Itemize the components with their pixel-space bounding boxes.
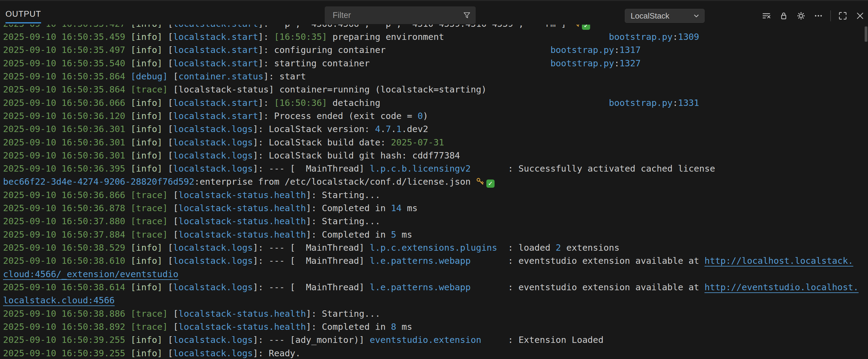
log-line: 2025-09-10 16:50:36.878 [trace] [localst… — [3, 202, 868, 215]
log-link[interactable]: cloud:4566/_extension/eventstudio — [3, 269, 178, 279]
log-line: 2025-09-10 16:50:35.459 [info] [localsta… — [3, 30, 868, 43]
log-line: 2025-09-10 16:50:35.864 [trace] [localst… — [3, 83, 868, 96]
ellipsis-icon — [813, 11, 823, 21]
log-line: 2025-09-10 16:50:36.301 [info] [localsta… — [3, 136, 868, 149]
log-link[interactable]: http://eventstudio.localhost. — [705, 282, 859, 292]
filter-input[interactable] — [325, 11, 462, 20]
close-icon — [855, 11, 865, 21]
clear-output-button[interactable] — [761, 10, 772, 21]
check-mark-emoji: ✓ — [582, 25, 590, 30]
clipped-log-line: 2025-09-10 16:50:35.427 [info] [localsta… — [3, 25, 868, 30]
output-channel-select[interactable]: LocalStack — [625, 9, 705, 23]
actions-divider — [830, 10, 831, 21]
key-emoji — [476, 176, 485, 185]
gear-icon — [796, 11, 806, 21]
tab-output[interactable]: OUTPUT — [5, 9, 41, 24]
lock-icon — [779, 11, 788, 21]
log-line: 2025-09-10 16:50:36.301 [info] [localsta… — [3, 149, 868, 162]
settings-button[interactable] — [796, 10, 807, 21]
log-line: cloud:4566/_extension/eventstudio — [3, 268, 868, 281]
log-line: 2025-09-10 16:50:35.540 [info] [localsta… — [3, 57, 868, 70]
log-line: 2025-09-10 16:50:36.066 [info] [localsta… — [3, 96, 868, 109]
log-line: 2025-09-10 16:50:37.884 [trace] [localst… — [3, 228, 868, 241]
check-mark-emoji: ✓ — [486, 180, 495, 188]
log-line: 2025-09-10 16:50:38.529 [info] [localsta… — [3, 241, 868, 254]
filter-input-wrapper — [325, 6, 476, 24]
chevron-down-icon — [692, 11, 701, 20]
log-output: 2025-09-10 16:50:35.427 [info] [localsta… — [0, 25, 868, 359]
log-line: 2025-09-10 16:50:38.892 [trace] [localst… — [3, 320, 868, 333]
log-line: 2025-09-10 16:50:38.614 [info] [localsta… — [3, 281, 868, 294]
clear-output-icon — [762, 11, 771, 21]
log-link[interactable]: http://localhost.localstack. — [705, 256, 854, 266]
log-link[interactable]: localstack.cloud:4566 — [3, 295, 115, 305]
log-line: 2025-09-10 16:50:36.120 [info] [localsta… — [3, 109, 868, 123]
output-panel: OUTPUT LocalStack — [0, 0, 868, 359]
log-line: 2025-09-10 16:50:37.880 [trace] [localst… — [3, 215, 868, 228]
close-panel-button[interactable] — [855, 10, 866, 21]
log-line: 2025-09-10 16:50:39.255 [info] [localsta… — [3, 347, 868, 359]
log-line: 2025-09-10 16:50:36.395 [info] [localsta… — [3, 162, 868, 175]
auto-scroll-lock-button[interactable] — [778, 10, 789, 21]
log-line: 2025-09-10 16:50:36.301 [info] [localsta… — [3, 123, 868, 136]
panel-header: OUTPUT LocalStack — [0, 1, 868, 25]
filter-funnel-icon[interactable] — [462, 11, 471, 20]
expand-icon — [838, 11, 847, 21]
panel-actions — [761, 8, 866, 24]
vertical-scrollbar[interactable] — [865, 27, 867, 42]
maximize-panel-button[interactable] — [837, 10, 848, 21]
log-line: 2025-09-10 16:50:38.886 [trace] [localst… — [3, 307, 868, 320]
log-line: 2025-09-10 16:50:36.866 [trace] [localst… — [3, 189, 868, 202]
key-emoji — [571, 25, 580, 27]
log-line: 2025-09-10 16:50:35.497 [info] [localsta… — [3, 43, 868, 57]
log-line: 2025-09-10 16:50:38.610 [info] [localsta… — [3, 254, 868, 267]
log-line: localstack.cloud:4566 — [3, 294, 868, 307]
more-actions-button[interactable] — [813, 10, 824, 21]
output-channel-value: LocalStack — [625, 11, 692, 21]
log-line: bec66f22-3d4e-4274-9206-28820f76d592:ent… — [3, 175, 868, 188]
tab-output-label: OUTPUT — [5, 9, 41, 19]
log-line: 2025-09-10 16:50:35.864 [debug] [contain… — [3, 70, 868, 83]
log-line: 2025-09-10 16:50:39.255 [info] [localsta… — [3, 333, 868, 347]
